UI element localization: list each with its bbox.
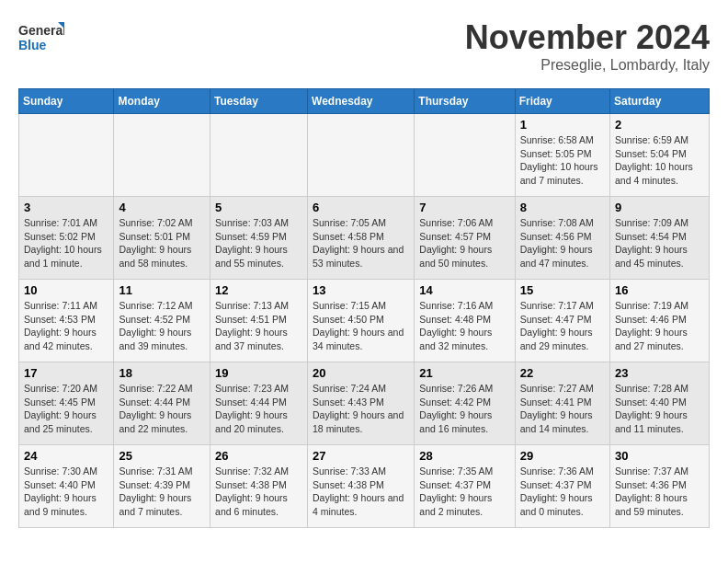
week-row-3: 10Sunrise: 7:11 AM Sunset: 4:53 PM Dayli…	[19, 280, 710, 362]
day-number: 11	[119, 283, 205, 297]
day-info: Sunrise: 7:19 AM Sunset: 4:46 PM Dayligh…	[615, 299, 704, 353]
day-number: 30	[615, 449, 704, 463]
day-cell: 13Sunrise: 7:15 AM Sunset: 4:50 PM Dayli…	[308, 280, 415, 362]
week-row-4: 17Sunrise: 7:20 AM Sunset: 4:45 PM Dayli…	[19, 362, 710, 445]
day-info: Sunrise: 7:11 AM Sunset: 4:53 PM Dayligh…	[24, 299, 108, 353]
day-number: 20	[313, 366, 409, 380]
day-number: 6	[313, 201, 409, 214]
day-cell: 25Sunrise: 7:31 AM Sunset: 4:39 PM Dayli…	[114, 445, 210, 528]
day-cell: 30Sunrise: 7:37 AM Sunset: 4:36 PM Dayli…	[610, 445, 710, 528]
day-info: Sunrise: 7:27 AM Sunset: 4:41 PM Dayligh…	[520, 382, 605, 436]
day-cell: 11Sunrise: 7:12 AM Sunset: 4:52 PM Dayli…	[114, 280, 210, 362]
day-info: Sunrise: 7:22 AM Sunset: 4:44 PM Dayligh…	[119, 382, 205, 436]
month-title: November 2024	[465, 18, 710, 57]
day-number: 24	[24, 449, 108, 463]
day-number: 16	[615, 283, 704, 297]
day-cell	[415, 114, 515, 197]
col-header-friday: Friday	[515, 89, 609, 114]
day-number: 8	[520, 201, 605, 214]
week-row-2: 3Sunrise: 7:01 AM Sunset: 5:02 PM Daylig…	[19, 197, 710, 280]
day-number: 17	[24, 366, 108, 380]
day-number: 12	[215, 283, 302, 297]
day-number: 26	[215, 449, 302, 463]
day-number: 3	[24, 201, 108, 214]
day-headers: SundayMondayTuesdayWednesdayThursdayFrid…	[19, 89, 710, 114]
day-cell: 10Sunrise: 7:11 AM Sunset: 4:53 PM Dayli…	[19, 280, 114, 362]
day-info: Sunrise: 7:37 AM Sunset: 4:36 PM Dayligh…	[615, 465, 704, 519]
day-info: Sunrise: 7:28 AM Sunset: 4:40 PM Dayligh…	[615, 382, 704, 436]
day-info: Sunrise: 7:12 AM Sunset: 4:52 PM Dayligh…	[119, 299, 205, 353]
day-cell: 19Sunrise: 7:23 AM Sunset: 4:44 PM Dayli…	[210, 362, 308, 445]
subtitle: Preseglie, Lombardy, Italy	[465, 57, 710, 74]
day-info: Sunrise: 7:06 AM Sunset: 4:57 PM Dayligh…	[419, 216, 509, 270]
col-header-sunday: Sunday	[19, 89, 114, 114]
day-number: 28	[419, 449, 509, 463]
day-number: 4	[119, 201, 205, 214]
day-info: Sunrise: 7:23 AM Sunset: 4:44 PM Dayligh…	[215, 382, 302, 436]
day-info: Sunrise: 7:15 AM Sunset: 4:50 PM Dayligh…	[313, 299, 409, 353]
day-info: Sunrise: 7:05 AM Sunset: 4:58 PM Dayligh…	[313, 216, 409, 270]
calendar-table: SundayMondayTuesdayWednesdayThursdayFrid…	[18, 88, 710, 528]
day-info: Sunrise: 7:08 AM Sunset: 4:56 PM Dayligh…	[520, 216, 605, 270]
day-info: Sunrise: 7:03 AM Sunset: 4:59 PM Dayligh…	[215, 216, 302, 270]
day-number: 23	[615, 366, 704, 380]
day-cell: 9Sunrise: 7:09 AM Sunset: 4:54 PM Daylig…	[610, 197, 710, 280]
day-number: 25	[119, 449, 205, 463]
col-header-wednesday: Wednesday	[308, 89, 415, 114]
day-number: 7	[419, 201, 509, 214]
logo-svg: General Blue	[18, 18, 64, 60]
day-cell	[19, 114, 114, 197]
svg-text:General: General	[18, 23, 64, 38]
title-area: November 2024 Preseglie, Lombardy, Italy	[465, 18, 710, 74]
day-info: Sunrise: 7:24 AM Sunset: 4:43 PM Dayligh…	[313, 382, 409, 436]
day-cell: 17Sunrise: 7:20 AM Sunset: 4:45 PM Dayli…	[19, 362, 114, 445]
day-cell: 24Sunrise: 7:30 AM Sunset: 4:40 PM Dayli…	[19, 445, 114, 528]
day-cell: 14Sunrise: 7:16 AM Sunset: 4:48 PM Dayli…	[415, 280, 515, 362]
header: General Blue November 2024 Preseglie, Lo…	[18, 18, 710, 74]
day-cell: 5Sunrise: 7:03 AM Sunset: 4:59 PM Daylig…	[210, 197, 308, 280]
day-cell	[210, 114, 308, 197]
day-number: 5	[215, 201, 302, 214]
day-cell: 22Sunrise: 7:27 AM Sunset: 4:41 PM Dayli…	[515, 362, 609, 445]
day-number: 22	[520, 366, 605, 380]
col-header-thursday: Thursday	[415, 89, 515, 114]
day-number: 19	[215, 366, 302, 380]
day-number: 18	[119, 366, 205, 380]
day-number: 9	[615, 201, 704, 214]
day-number: 27	[313, 449, 409, 463]
day-info: Sunrise: 7:13 AM Sunset: 4:51 PM Dayligh…	[215, 299, 302, 353]
day-cell: 4Sunrise: 7:02 AM Sunset: 5:01 PM Daylig…	[114, 197, 210, 280]
day-info: Sunrise: 7:17 AM Sunset: 4:47 PM Dayligh…	[520, 299, 605, 353]
week-row-5: 24Sunrise: 7:30 AM Sunset: 4:40 PM Dayli…	[19, 445, 710, 528]
day-number: 13	[313, 283, 409, 297]
day-number: 21	[419, 366, 509, 380]
day-cell: 1Sunrise: 6:58 AM Sunset: 5:05 PM Daylig…	[515, 114, 609, 197]
day-number: 14	[419, 283, 509, 297]
day-info: Sunrise: 7:02 AM Sunset: 5:01 PM Dayligh…	[119, 216, 205, 270]
day-info: Sunrise: 7:30 AM Sunset: 4:40 PM Dayligh…	[24, 465, 108, 519]
week-row-1: 1Sunrise: 6:58 AM Sunset: 5:05 PM Daylig…	[19, 114, 710, 197]
day-info: Sunrise: 7:26 AM Sunset: 4:42 PM Dayligh…	[419, 382, 509, 436]
day-info: Sunrise: 7:36 AM Sunset: 4:37 PM Dayligh…	[520, 465, 605, 519]
day-cell: 7Sunrise: 7:06 AM Sunset: 4:57 PM Daylig…	[415, 197, 515, 280]
day-number: 15	[520, 283, 605, 297]
day-number: 29	[520, 449, 605, 463]
day-info: Sunrise: 7:09 AM Sunset: 4:54 PM Dayligh…	[615, 216, 704, 270]
day-cell: 28Sunrise: 7:35 AM Sunset: 4:37 PM Dayli…	[415, 445, 515, 528]
day-cell	[114, 114, 210, 197]
day-info: Sunrise: 7:31 AM Sunset: 4:39 PM Dayligh…	[119, 465, 205, 519]
day-cell	[308, 114, 415, 197]
day-info: Sunrise: 7:01 AM Sunset: 5:02 PM Dayligh…	[24, 216, 108, 270]
day-info: Sunrise: 7:33 AM Sunset: 4:38 PM Dayligh…	[313, 465, 409, 519]
day-cell: 8Sunrise: 7:08 AM Sunset: 4:56 PM Daylig…	[515, 197, 609, 280]
day-number: 2	[615, 118, 704, 132]
day-info: Sunrise: 7:35 AM Sunset: 4:37 PM Dayligh…	[419, 465, 509, 519]
day-number: 10	[24, 283, 108, 297]
col-header-saturday: Saturday	[610, 89, 710, 114]
day-cell: 16Sunrise: 7:19 AM Sunset: 4:46 PM Dayli…	[610, 280, 710, 362]
day-info: Sunrise: 7:16 AM Sunset: 4:48 PM Dayligh…	[419, 299, 509, 353]
day-cell: 20Sunrise: 7:24 AM Sunset: 4:43 PM Dayli…	[308, 362, 415, 445]
col-header-monday: Monday	[114, 89, 210, 114]
logo: General Blue	[18, 18, 64, 60]
day-info: Sunrise: 6:58 AM Sunset: 5:05 PM Dayligh…	[520, 133, 605, 188]
